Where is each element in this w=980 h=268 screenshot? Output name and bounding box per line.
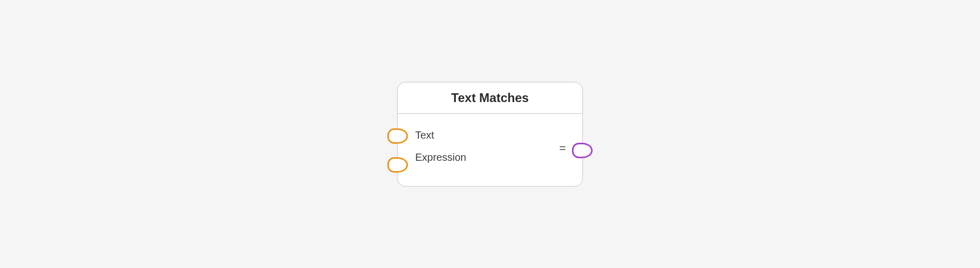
input-row-text: Text	[398, 124, 582, 146]
input-label-text: Text	[415, 129, 434, 141]
input-port-text[interactable]	[387, 128, 408, 144]
node-title: Text Matches	[398, 82, 582, 114]
output-port[interactable]	[572, 143, 593, 158]
output-label: =	[559, 142, 566, 155]
node-body: Text Expression =	[398, 114, 582, 186]
input-port-expression[interactable]	[387, 157, 408, 173]
input-row-expression: Expression	[398, 146, 582, 169]
input-label-expression: Expression	[415, 152, 466, 163]
node-text-matches[interactable]: Text Matches Text Expression =	[397, 82, 583, 187]
